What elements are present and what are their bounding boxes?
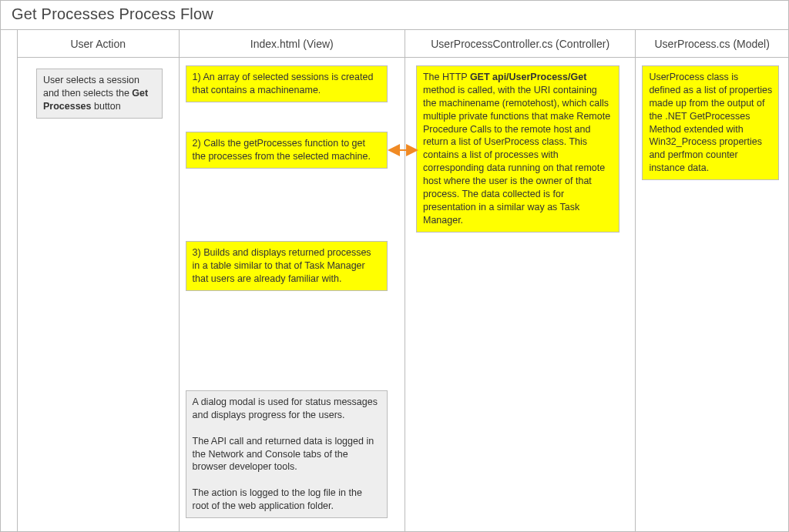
lane-header-user-action: User Action (18, 30, 179, 58)
lane-body-user-action: User selects a session and then selects … (18, 58, 179, 531)
note-user-action: User selects a session and then selects … (36, 69, 163, 119)
lane-header-view: Index.html (View) (180, 30, 405, 58)
lane-body-model: UserProcess class is defined as a list o… (636, 58, 788, 531)
note-controller: The HTTP GET api/UserProcess/Get method … (416, 65, 619, 233)
lane-body-view: 1) An array of selected sessions is crea… (180, 58, 405, 531)
diagram-title: Get Processes Process Flow (1, 1, 788, 30)
lane-controller: UserProcessController.cs (Controller) Th… (405, 30, 636, 531)
lane-header-model: UserProcess.cs (Model) (636, 30, 788, 58)
note-user-action-post: button (92, 101, 121, 112)
note-view-step2: 2) Calls the getProcesses function to ge… (186, 132, 388, 169)
lane-body-controller: The HTTP GET api/UserProcess/Get method … (405, 58, 635, 531)
note-view-footer: A dialog modal is used for status messag… (186, 390, 388, 518)
swimlanes: User Action User selects a session and t… (1, 30, 788, 531)
lane-model: UserProcess.cs (Model) UserProcess class… (636, 30, 788, 531)
note-controller-bold: GET api/UserProcess/Get (470, 72, 586, 82)
lane-header-controller: UserProcessController.cs (Controller) (405, 30, 635, 58)
note-view-step3: 3) Builds and displays returned processe… (186, 241, 388, 291)
note-view-footer-p1: A dialog modal is used for status messag… (193, 396, 378, 420)
note-controller-pre: The HTTP (423, 72, 470, 82)
note-controller-post: method is called, with the URI containin… (423, 85, 610, 226)
lane-view: Index.html (View) 1) An array of selecte… (180, 30, 405, 531)
note-user-action-pre: User selects a session and then selects … (43, 75, 139, 99)
note-view-step1: 1) An array of selected sessions is crea… (186, 65, 388, 102)
spacer-column (1, 30, 18, 531)
note-view-footer-p3: The action is logged to the log file in … (193, 487, 362, 511)
note-view-footer-p2: The API call and returned data is logged… (193, 436, 374, 473)
arrow-view-to-controller (388, 144, 418, 156)
note-model: UserProcess class is defined as a list o… (642, 65, 779, 180)
lane-user-action: User Action User selects a session and t… (18, 30, 180, 531)
process-flow-diagram: Get Processes Process Flow User Action U… (0, 0, 789, 532)
